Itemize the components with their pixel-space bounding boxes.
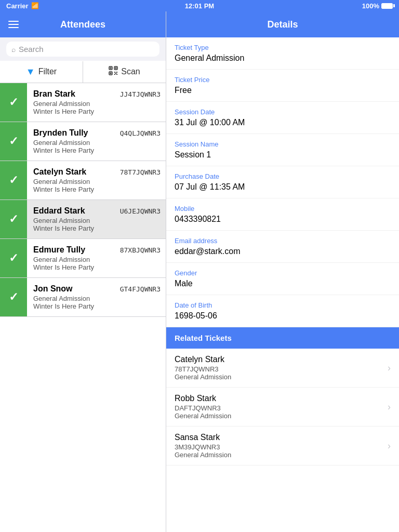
attendee-name-row: Catelyn Stark 78T7JQWNR3 <box>33 167 161 177</box>
attendee-name: Jon Snow <box>33 284 73 294</box>
check-col: ✓ <box>0 239 27 277</box>
detail-label: Mobile <box>175 205 391 212</box>
left-panel-title: Attendees <box>60 19 105 30</box>
right-header: Details <box>166 11 399 37</box>
related-tickets-header: Related Tickets <box>166 327 399 349</box>
attendee-event: Winter Is Here Party <box>33 224 161 232</box>
attendee-event: Winter Is Here Party <box>33 302 161 310</box>
attendee-item[interactable]: ✓ Eddard Stark U6JEJQWNR3 General Admiss… <box>0 200 166 239</box>
related-item-type: General Admission <box>175 412 383 420</box>
attendee-name: Edmure Tully <box>33 245 85 255</box>
related-item-code: 78T7JQWNR3 <box>175 365 383 373</box>
filter-scan-bar: ▼ Filter <box>0 61 166 83</box>
related-item-code: 3M39JQWNR3 <box>175 443 383 451</box>
related-item-code: DAFTJQWNR3 <box>175 404 383 412</box>
attendee-name: Catelyn Stark <box>33 167 86 177</box>
related-item-name: Sansa Stark <box>175 433 383 442</box>
detail-row: Email address eddar@stark.com <box>166 231 399 263</box>
attendee-event: Winter Is Here Party <box>33 263 161 271</box>
attendee-code: 87XBJQWNR3 <box>120 246 161 254</box>
status-bar: Carrier 📶 12:01 PM 100% <box>0 0 399 11</box>
related-item-type: General Admission <box>175 451 383 459</box>
attendee-ticket-type: General Admission <box>33 217 161 224</box>
detail-row: Session Date 31 Jul @ 10:00 AM <box>166 102 399 134</box>
attendee-item[interactable]: ✓ Brynden Tully Q4QLJQWNR3 General Admis… <box>0 122 166 161</box>
related-item-info: Robb Stark DAFTJQWNR3 General Admission <box>175 394 383 420</box>
attendee-item[interactable]: ✓ Bran Stark JJ4TJQWNR3 General Admissio… <box>0 83 166 122</box>
check-col: ✓ <box>0 200 27 238</box>
check-col: ✓ <box>0 278 27 316</box>
attendee-name: Eddard Stark <box>33 206 85 216</box>
attendee-ticket-type: General Admission <box>33 178 161 185</box>
filter-button[interactable]: ▼ Filter <box>0 61 83 83</box>
detail-row: Mobile 0433390821 <box>166 198 399 231</box>
check-mark: ✓ <box>9 290 18 304</box>
right-panel-title: Details <box>267 19 298 30</box>
related-item-info: Catelyn Stark 78T7JQWNR3 General Admissi… <box>175 355 383 381</box>
attendee-info: Jon Snow GT4FJQWNR3 General Admission Wi… <box>27 278 166 316</box>
check-mark: ✓ <box>9 174 18 187</box>
attendee-item[interactable]: ✓ Catelyn Stark 78T7JQWNR3 General Admis… <box>0 161 166 200</box>
attendee-name-row: Jon Snow GT4FJQWNR3 <box>33 284 161 294</box>
attendee-item[interactable]: ✓ Jon Snow GT4FJQWNR3 General Admission … <box>0 278 166 317</box>
check-mark: ✓ <box>9 96 18 109</box>
svg-rect-7 <box>116 72 117 73</box>
attendee-event: Winter Is Here Party <box>33 108 161 115</box>
hamburger-icon[interactable] <box>8 21 19 28</box>
detail-value: Session 1 <box>175 150 391 159</box>
attendee-name: Bran Stark <box>33 89 75 99</box>
detail-value: Free <box>175 86 391 95</box>
scan-button[interactable]: Scan <box>83 61 166 83</box>
detail-value: 07 Jul @ 11:35 AM <box>175 182 391 192</box>
attendee-list: ✓ Bran Stark JJ4TJQWNR3 General Admissio… <box>0 83 166 532</box>
check-mark: ✓ <box>9 212 18 226</box>
related-ticket-item[interactable]: Sansa Stark 3M39JQWNR3 General Admission… <box>166 427 399 466</box>
qr-icon <box>109 66 118 77</box>
attendee-code: U6JEJQWNR3 <box>120 207 161 215</box>
svg-rect-3 <box>115 68 117 69</box>
search-icon: ⌕ <box>11 45 16 54</box>
attendee-info: Edmure Tully 87XBJQWNR3 General Admissio… <box>27 239 166 277</box>
check-mark: ✓ <box>9 251 18 265</box>
chevron-right-icon: › <box>388 402 391 413</box>
attendee-ticket-type: General Admission <box>33 256 161 263</box>
app-container: Attendees ⌕ ▼ Filter <box>0 11 399 532</box>
related-item-info: Sansa Stark 3M39JQWNR3 General Admission <box>175 433 383 459</box>
detail-value: 1698-05-06 <box>175 311 391 321</box>
detail-row: Date of Birth 1698-05-06 <box>166 295 399 327</box>
attendee-name-row: Edmure Tully 87XBJQWNR3 <box>33 245 161 255</box>
detail-label: Date of Birth <box>175 301 391 309</box>
details-content: Ticket Type General Admission Ticket Pri… <box>166 37 399 532</box>
related-item-name: Robb Stark <box>175 394 383 403</box>
scan-label: Scan <box>121 67 140 76</box>
check-mark: ✓ <box>9 135 18 148</box>
detail-row: Session Name Session 1 <box>166 134 399 166</box>
svg-rect-6 <box>114 72 115 73</box>
detail-label: Email address <box>175 237 391 245</box>
detail-label: Session Name <box>175 140 391 148</box>
check-col: ✓ <box>0 161 27 200</box>
related-ticket-item[interactable]: Catelyn Stark 78T7JQWNR3 General Admissi… <box>166 349 399 388</box>
related-ticket-item[interactable]: Robb Stark DAFTJQWNR3 General Admission … <box>166 388 399 427</box>
status-bar-right: 100% <box>362 2 393 10</box>
wifi-icon: 📶 <box>31 2 39 9</box>
carrier-label: Carrier <box>6 2 29 10</box>
detail-label: Purchase Date <box>175 172 391 180</box>
attendee-code: GT4FJQWNR3 <box>120 285 161 293</box>
search-bar: ⌕ <box>0 37 166 61</box>
svg-rect-8 <box>114 74 115 75</box>
detail-label: Ticket Price <box>175 76 391 84</box>
right-panel: Details Ticket Type General Admission Ti… <box>166 11 399 532</box>
attendee-info: Bran Stark JJ4TJQWNR3 General Admission … <box>27 83 166 122</box>
check-col: ✓ <box>0 122 27 161</box>
status-bar-left: Carrier 📶 <box>6 2 39 10</box>
filter-icon: ▼ <box>26 66 35 77</box>
attendee-item[interactable]: ✓ Edmure Tully 87XBJQWNR3 General Admiss… <box>0 239 166 278</box>
detail-value: 0433390821 <box>175 215 391 224</box>
search-input[interactable] <box>19 45 154 54</box>
status-bar-time: 12:01 PM <box>185 2 214 10</box>
detail-label: Session Date <box>175 108 391 116</box>
attendee-code: JJ4TJQWNR3 <box>120 90 161 98</box>
detail-label: Ticket Type <box>175 44 391 51</box>
detail-row: Ticket Type General Admission <box>166 37 399 70</box>
